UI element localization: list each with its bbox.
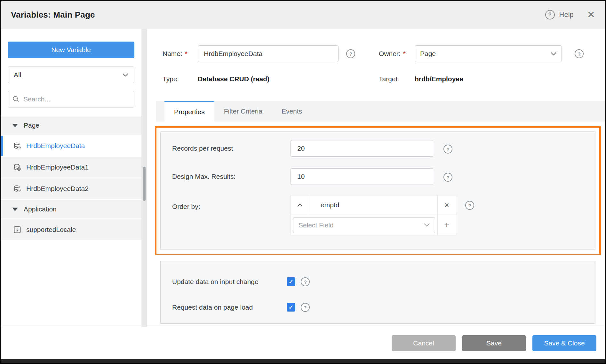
tab-bar: Properties Filter Criteria Events: [156, 101, 605, 122]
dialog-header: Variables: Main Page ? Help ✕: [1, 1, 605, 29]
variables-sidebar: New Variable All Page HrdbEmployeeData: [1, 29, 141, 327]
section-label: Page: [24, 122, 39, 129]
order-by-help-icon[interactable]: ?: [465, 201, 474, 210]
chevron-up-icon: [297, 203, 302, 207]
variable-search[interactable]: [8, 91, 134, 107]
update-on-input-change-help-icon[interactable]: ?: [301, 277, 310, 286]
type-label: Type:: [163, 74, 179, 84]
variable-item-label: HrdbEmployeeData2: [26, 185, 89, 193]
tab-filter-criteria[interactable]: Filter Criteria: [214, 101, 272, 122]
background-page-edge: [1, 359, 605, 363]
check-icon: ✓: [289, 304, 293, 311]
check-icon: ✓: [289, 278, 293, 285]
records-per-request-field[interactable]: [291, 140, 433, 157]
variable-filter-dropdown[interactable]: All: [8, 67, 134, 83]
filter-dropdown-value: All: [14, 71, 21, 79]
order-by-editor: empId ✕ Select Field: [291, 195, 456, 235]
database-crud-icon: [13, 163, 21, 171]
name-label: Name:*: [163, 45, 187, 62]
tab-events[interactable]: Events: [272, 101, 312, 122]
name-field[interactable]: [198, 45, 339, 62]
sidebar-item-hrdbemployeedata1[interactable]: HrdbEmployeeData1: [1, 157, 141, 178]
scrollbar-thumb[interactable]: [143, 167, 146, 201]
name-help-icon[interactable]: ?: [346, 49, 355, 58]
collapse-triangle-icon: [12, 124, 18, 127]
cancel-button[interactable]: Cancel: [392, 335, 456, 351]
update-on-input-change-checkbox[interactable]: ✓: [287, 277, 295, 286]
remove-order-field-button[interactable]: ✕: [438, 195, 456, 215]
required-marker: *: [185, 50, 187, 57]
help-icon[interactable]: ?: [545, 10, 555, 20]
order-select-cell: Select Field: [291, 215, 438, 235]
new-variable-button[interactable]: New Variable: [8, 42, 134, 58]
records-help-icon[interactable]: ?: [443, 145, 452, 154]
text-variable-icon: x: [13, 226, 21, 233]
dialog-footer: Cancel Save Save & Close: [1, 327, 605, 359]
collapse-triangle-icon: [12, 208, 18, 211]
sidebar-item-hrdbemployeedata[interactable]: HrdbEmployeeData: [1, 136, 141, 156]
sidebar-scrollbar[interactable]: [141, 29, 147, 327]
tab-properties[interactable]: Properties: [164, 101, 214, 122]
records-per-request-label: Records per request: [172, 139, 233, 157]
sidebar-section-page[interactable]: Page: [1, 116, 141, 135]
save-and-close-button[interactable]: Save & Close: [532, 335, 596, 351]
chevron-down-icon: [551, 52, 556, 56]
plus-icon: +: [444, 220, 450, 230]
order-by-label: Order by:: [172, 198, 200, 216]
required-marker: *: [403, 50, 406, 57]
update-on-input-change-label: Update data on input change: [172, 274, 259, 289]
options-panel: Update data on input change ✓ ? Request …: [160, 261, 595, 324]
chevron-down-icon: [123, 73, 128, 77]
request-on-page-load-checkbox[interactable]: ✓: [287, 303, 295, 312]
type-value: Database CRUD (read): [198, 74, 269, 84]
target-value: hrdb/Employee: [415, 74, 463, 84]
select-field-dropdown[interactable]: Select Field: [293, 217, 435, 233]
close-icon[interactable]: ✕: [587, 10, 595, 20]
chevron-down-icon: [424, 223, 430, 227]
help-link[interactable]: Help: [559, 11, 574, 19]
owner-dropdown-value: Page: [420, 50, 436, 58]
owner-label: Owner:*: [379, 45, 406, 62]
request-on-page-load-label: Request data on page load: [172, 300, 253, 315]
variable-editor: Name:* ? Owner:* Page ? Type: Database C…: [147, 29, 605, 327]
sidebar-item-supportedlocale[interactable]: x supportedLocale: [1, 219, 141, 240]
target-label: Target:: [379, 74, 399, 84]
database-crud-icon: [13, 185, 21, 193]
sort-direction-button[interactable]: [291, 195, 309, 215]
search-icon: [12, 96, 20, 103]
dialog-title: Variables: Main Page: [11, 10, 95, 20]
owner-help-icon[interactable]: ?: [575, 49, 584, 58]
highlighted-properties-section: Records per request ? Design Max. Result…: [155, 126, 601, 255]
design-max-results-field[interactable]: [291, 168, 433, 185]
select-field-placeholder: Select Field: [299, 221, 334, 229]
sidebar-item-hrdbemployeedata2[interactable]: HrdbEmployeeData2: [1, 178, 141, 199]
owner-dropdown[interactable]: Page: [415, 45, 562, 62]
order-field-value: empId: [309, 195, 438, 215]
variable-list: Page HrdbEmployeeData HrdbEmployeeData1 …: [1, 116, 141, 241]
search-input[interactable]: [23, 95, 130, 103]
variable-item-label: HrdbEmployeeData1: [26, 163, 89, 171]
properties-panel: Records per request ? Design Max. Result…: [160, 131, 595, 250]
add-order-field-button[interactable]: +: [438, 215, 456, 235]
svg-text:x: x: [16, 227, 18, 232]
design-max-results-label: Design Max. Results:: [172, 168, 235, 186]
max-results-help-icon[interactable]: ?: [443, 173, 452, 182]
database-crud-icon: [13, 142, 21, 150]
request-on-page-load-help-icon[interactable]: ?: [301, 303, 310, 312]
variable-item-label: HrdbEmployeeData: [26, 142, 85, 150]
section-label: Application: [24, 205, 57, 213]
clear-icon: ✕: [444, 202, 450, 209]
variable-item-label: supportedLocale: [26, 226, 76, 233]
save-button[interactable]: Save: [462, 335, 526, 351]
variables-dialog: Variables: Main Page ? Help ✕ New Variab…: [1, 1, 605, 363]
sidebar-section-application[interactable]: Application: [1, 200, 141, 218]
